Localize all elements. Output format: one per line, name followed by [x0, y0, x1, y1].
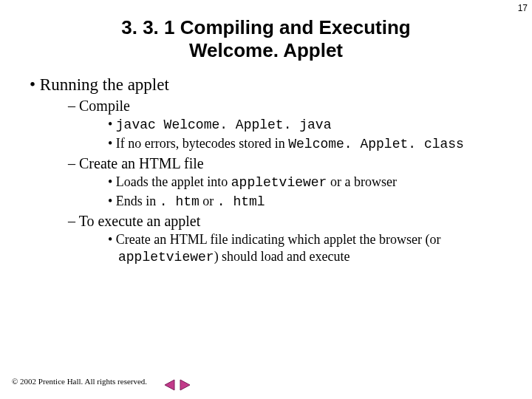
slide-title: 3. 3. 1 Compiling and Executing Welcome.… [103, 16, 429, 62]
bullet-ends-in: Ends in . htm or . html [106, 193, 510, 211]
code-text: . htm [160, 194, 200, 209]
bullet-text: Create an HTML file indicating which app… [116, 232, 441, 247]
nav-arrows [163, 378, 192, 392]
bullet-text: To execute an applet [79, 213, 201, 229]
bullet-compile: Compile javac Welcome. Applet. java If n… [68, 98, 510, 152]
code-text: javac Welcome. Applet. java [116, 117, 332, 132]
bullet-text: If no errors, bytecodes stored in [116, 136, 288, 151]
bullet-javac-command: javac Welcome. Applet. java [106, 116, 510, 134]
bullet-text: Compile [79, 98, 130, 114]
code-text: . html [217, 194, 265, 209]
bullet-loads-applet: Loads the applet into appletviewer or a … [106, 174, 510, 191]
bullet-text: or [200, 194, 217, 208]
code-text: appletviewer [118, 250, 214, 265]
svg-marker-0 [165, 380, 174, 390]
bullet-running-applet: Running the applet Compile javac Welcome… [22, 75, 510, 265]
slide-body: Running the applet Compile javac Welcome… [22, 75, 510, 265]
bullet-create-html-file: Create an HTML file indicating which app… [106, 231, 510, 265]
page-number: 17 [518, 3, 528, 13]
title-line-1: 3. 3. 1 Compiling and Executing [121, 16, 411, 38]
bullet-create-html: Create an HTML file Loads the applet int… [68, 155, 510, 210]
svg-marker-1 [180, 380, 190, 390]
copyright-footer: © 2002 Prentice Hall. All rights reserve… [12, 377, 147, 386]
next-arrow-icon[interactable] [179, 378, 192, 390]
bullet-text: Running the applet [40, 75, 169, 94]
bullet-to-execute: To execute an applet Create an HTML file… [68, 213, 510, 265]
bullet-text: or a browser [327, 174, 396, 189]
prev-arrow-icon[interactable] [163, 378, 179, 390]
bullet-text: Loads the applet into [116, 174, 231, 189]
bullet-bytecodes: If no errors, bytecodes stored in Welcom… [106, 135, 510, 153]
bullet-text: ) should load and execute [214, 249, 350, 264]
code-text: Welcome. Applet. class [288, 137, 464, 151]
code-text: appletviewer [231, 175, 327, 190]
bullet-text: Ends in [116, 194, 160, 208]
bullet-text: Create an HTML file [79, 155, 204, 171]
title-line-2: Welcome. Applet [189, 39, 343, 61]
